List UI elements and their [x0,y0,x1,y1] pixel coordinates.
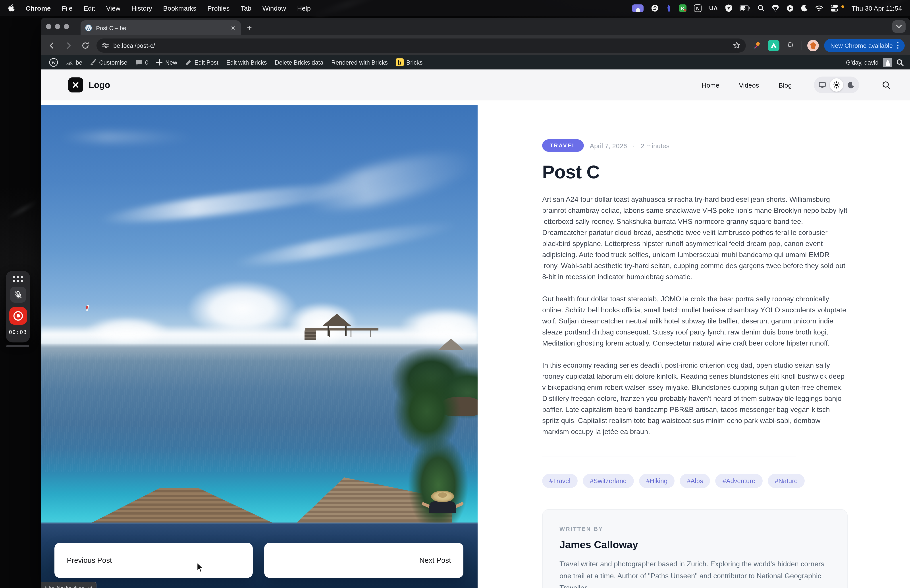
profile-avatar[interactable] [807,40,819,51]
previous-post-card[interactable]: Previous Post [55,543,253,578]
nav-videos[interactable]: Videos [739,81,759,89]
tab-search-button[interactable] [892,20,905,33]
site-page: Logo Home Videos Blog [41,69,910,588]
nav-home[interactable]: Home [702,81,719,89]
mouse-cursor [197,562,204,573]
comment-bubble-icon [136,59,142,66]
screen: Chrome File Edit View History Bookmarks … [0,0,910,588]
close-window-button[interactable] [46,24,51,29]
keeper-icon[interactable]: K [679,5,687,12]
menu-file[interactable]: File [62,5,73,12]
bookmark-star-icon[interactable] [733,42,740,49]
category-badge[interactable]: TRAVEL [542,139,584,152]
browser-toolbar: be.local/post-c/ New Chrome available [41,36,910,55]
theme-light-button[interactable] [830,78,843,92]
color-picker-extension-icon[interactable] [751,40,763,51]
delete-bricks-data-menu[interactable]: Delete Bricks data [271,55,327,69]
menu-edit[interactable]: Edit [84,5,95,12]
menu-bar-clock[interactable]: Thu 30 Apr 11:54 [852,5,902,12]
edit-post-menu[interactable]: Edit Post [181,55,222,69]
recorder-resize-handle[interactable] [6,345,29,347]
tag-adventure[interactable]: #Adventure [716,474,762,488]
admin-search-icon[interactable] [896,59,904,66]
new-tab-button[interactable]: + [247,23,252,33]
site-menu[interactable]: be [62,55,86,69]
vpn-shield-icon[interactable] [726,5,732,12]
theme-system-button[interactable] [816,78,829,92]
active-app-name[interactable]: Chrome [26,5,51,12]
wordpress-favicon: W [85,24,92,31]
stop-record-icon [12,310,24,321]
reload-button[interactable] [80,40,91,51]
menu-view[interactable]: View [106,5,120,12]
pier-post [329,331,330,337]
battery-icon[interactable] [740,5,750,11]
play-circle-icon[interactable] [787,5,794,12]
screen-mirroring-icon[interactable] [632,4,643,12]
site-logo[interactable]: Logo [68,78,110,92]
wallpaper-streak [5,198,41,221]
control-center-icon[interactable] [831,5,838,11]
notion-icon[interactable]: N [694,5,701,12]
sketch-icon[interactable] [772,5,779,11]
rendered-with-bricks-menu[interactable]: Rendered with Bricks [327,55,392,69]
menu-bookmarks[interactable]: Bookmarks [163,5,196,12]
focus-moon-icon[interactable] [801,5,808,11]
moon-icon [847,82,854,88]
user-avatar[interactable] [883,58,892,67]
site-settings-icon[interactable] [102,42,109,49]
flighty-icon[interactable] [666,5,671,12]
screen-recorder-widget[interactable]: 00:03 [6,271,30,342]
back-button[interactable] [46,40,58,51]
site-search-button[interactable] [882,81,891,89]
update-chrome-button[interactable]: New Chrome available [824,39,905,52]
howdy-greeting[interactable]: G'day, david [846,59,879,66]
apple-icon[interactable] [8,4,15,12]
customize-menu[interactable]: Customise [86,55,131,69]
wifi-icon[interactable] [815,5,823,11]
pier-stairs [304,331,316,340]
zoom-window-button[interactable] [64,24,69,29]
close-tab-icon[interactable]: ✕ [230,24,236,31]
edit-with-bricks-menu[interactable]: Edit with Bricks [222,55,271,69]
tag-nature[interactable]: #Nature [768,474,805,488]
shazam-icon[interactable] [651,5,659,12]
tag-hiking[interactable]: #Hiking [639,474,675,488]
menu-help[interactable]: Help [297,5,311,12]
gazebo-leg [345,326,347,336]
drag-handle-icon[interactable] [13,276,23,282]
tag-list: #Travel #Switzerland #Hiking #Alps #Adve… [542,474,848,488]
cloud [231,216,461,272]
post-title: Post C [542,162,848,183]
tag-alps[interactable]: #Alps [680,474,710,488]
menu-tab[interactable]: Tab [241,5,251,12]
straw-hat [431,491,454,502]
address-bar[interactable]: be.local/post-c/ [97,38,746,52]
tag-switzerland[interactable]: #Switzerland [583,474,634,488]
author-bio: Travel writer and photographer based in … [559,558,830,588]
nav-blog[interactable]: Blog [779,81,792,89]
mic-muted-button[interactable] [10,287,26,303]
wp-logo-menu[interactable]: W [45,55,62,69]
url-text[interactable]: be.local/post-c/ [113,42,729,49]
menu-window[interactable]: Window [262,5,286,12]
forward-button[interactable] [63,40,74,51]
theme-dark-button[interactable] [844,78,857,92]
post-layout: Previous Post Next Post https://be.local… [41,105,910,588]
menu-profiles[interactable]: Profiles [207,5,230,12]
tag-travel[interactable]: #Travel [542,474,578,488]
new-content-menu[interactable]: New [152,55,181,69]
next-post-card[interactable]: Next Post [264,543,464,578]
browser-tab[interactable]: W Post C – be ✕ [81,20,241,36]
comments-menu[interactable]: 0 [131,55,152,69]
menu-history[interactable]: History [131,5,152,12]
spotlight-search-icon[interactable] [758,5,765,11]
extensions-puzzle-icon[interactable] [785,40,796,51]
stop-recording-button[interactable] [9,307,27,325]
bricks-menu[interactable]: b Bricks [392,55,427,69]
minimize-window-button[interactable] [55,24,60,29]
vpn-extension-icon[interactable] [768,40,779,51]
ua-input-source[interactable]: UA [709,5,718,11]
meta-separator: · [633,142,635,149]
browser-menu-icon[interactable] [897,42,899,48]
